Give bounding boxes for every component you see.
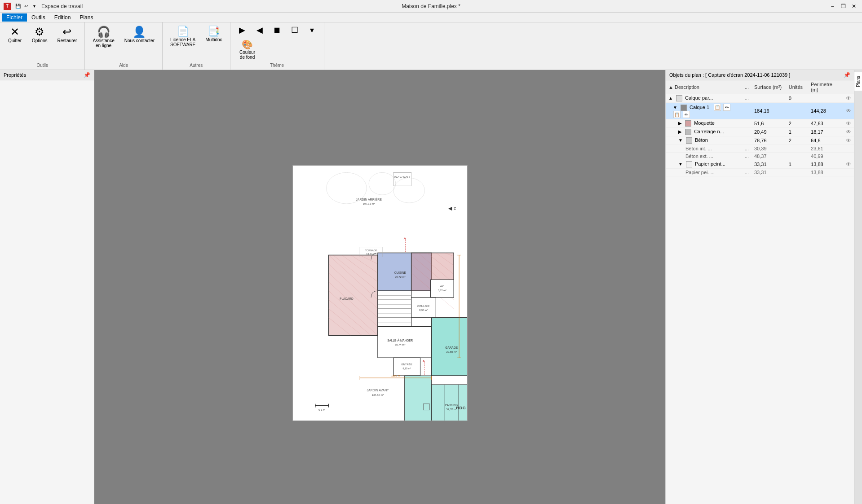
- row-perimetre: 64,6: [808, 136, 843, 145]
- btn-multidoc[interactable]: 📑 Multidoc: [201, 24, 226, 44]
- theme-btn-back[interactable]: ◀: [252, 24, 268, 36]
- row-dots: [742, 136, 751, 145]
- canvas-area[interactable]: JARDIN ARRIÈRE 197,11 m² BAC À SABLE ◄ Z: [94, 70, 665, 504]
- row-eye[interactable]: 👁: [843, 160, 854, 169]
- table-row[interactable]: ▼ Papier peint... 33,31 1 13,88 👁: [666, 160, 854, 169]
- svg-text:JARDIN ARRIÈRE: JARDIN ARRIÈRE: [356, 197, 382, 201]
- headset-icon: 🎧: [97, 26, 111, 37]
- row-desc-text: Papier peint...: [695, 161, 725, 167]
- document-title: Maison de Famille.plex *: [402, 3, 460, 9]
- row-surface: [751, 94, 786, 103]
- couleur-row: 🎨 Couleurde fond: [234, 38, 261, 62]
- table-row[interactable]: Béton ext. ... ... 48,37 40,99: [666, 153, 854, 160]
- ribbon: ✕ Quitter ⚙ Options ↩ Restaurer Outils 🎧…: [0, 22, 862, 70]
- row-eye[interactable]: 👁: [843, 136, 854, 145]
- theme-btn-stop[interactable]: ⏹: [269, 24, 285, 36]
- svg-text:35,74 m²: 35,74 m²: [395, 343, 406, 346]
- btn-licence[interactable]: 📄 Licence ELASOFTWARE: [166, 24, 199, 49]
- btn-restaurer[interactable]: ↩ Restaurer: [53, 24, 81, 45]
- quick-save-btn[interactable]: 💾: [14, 3, 22, 10]
- row-dots: [742, 119, 751, 128]
- btn-contacter[interactable]: 👤 Nous contacter: [120, 24, 159, 45]
- row-perimetre: 13,88: [808, 169, 843, 176]
- floor-plan: JARDIN ARRIÈRE 197,11 m² BAC À SABLE ◄ Z: [292, 165, 468, 421]
- table-row[interactable]: ▼ Calque 1 📋 ✏ 📋 ✏ 184,16 144,28: [666, 103, 854, 119]
- minimize-button[interactable]: −: [828, 2, 837, 11]
- row-desc-text: Papier pei. ...: [685, 170, 715, 175]
- contact-icon: 👤: [133, 26, 146, 37]
- svg-text:◄: ◄: [447, 204, 453, 211]
- quick-access-toolbar: 💾 ↩ ▾: [14, 3, 38, 10]
- row-expander[interactable]: ▼: [678, 138, 683, 143]
- row-surface: 48,37: [751, 153, 786, 160]
- edit2-icon-btn[interactable]: ✏: [683, 111, 690, 118]
- vertical-tab-plans[interactable]: Plans: [854, 72, 862, 91]
- row-expander[interactable]: ▼: [678, 162, 683, 167]
- btn-quitter[interactable]: ✕ Quitter: [4, 24, 26, 45]
- panel-pin-icon[interactable]: 📌: [844, 72, 850, 78]
- svg-text:PLACARD: PLACARD: [340, 297, 354, 300]
- svg-text:Z: Z: [454, 206, 456, 210]
- objects-panel-title: Objets du plan : [ Capture d'écran 2024-…: [669, 72, 790, 78]
- row-eye[interactable]: 👁: [843, 128, 854, 136]
- theme-dropdown[interactable]: ▾: [304, 24, 320, 36]
- objects-table-scroll[interactable]: ▲ Description ... Surface (m²) Unités Pe…: [666, 80, 854, 504]
- theme-btn-square[interactable]: ☐: [287, 24, 303, 36]
- quick-undo-btn[interactable]: ↩: [22, 3, 30, 10]
- row-expander[interactable]: ▼: [673, 105, 677, 110]
- row-expander[interactable]: ▶: [678, 121, 682, 126]
- ribbon-aide-label: Aide: [119, 63, 128, 68]
- eye-icon[interactable]: 👁: [846, 137, 851, 144]
- back-icon: ◀: [256, 26, 263, 34]
- row-unites: 2: [786, 119, 808, 128]
- menu-plans[interactable]: Plans: [75, 13, 97, 22]
- properties-pin-icon[interactable]: 📌: [84, 72, 90, 78]
- row-eye[interactable]: 👁: [843, 119, 854, 128]
- btn-licence-label: Licence ELASOFTWARE: [170, 37, 195, 47]
- menu-outils[interactable]: Outils: [27, 13, 50, 22]
- eye-icon[interactable]: 👁: [846, 161, 851, 167]
- row-expander[interactable]: ▲: [668, 96, 673, 101]
- table-row[interactable]: Béton int. ... ... 30,39 23,61: [666, 145, 854, 153]
- ribbon-group-aide: 🎧 Assistanceen ligne 👤 Nous contacter Ai…: [85, 22, 163, 70]
- table-row[interactable]: ▶ Moquette 51,6 2 47,63 👁: [666, 119, 854, 128]
- table-row[interactable]: ▶ Carrelage n... 20,49 1 18,17 👁: [666, 128, 854, 136]
- edit-icon-btn[interactable]: ✏: [723, 104, 730, 111]
- window-controls: − ❐ ✕: [828, 2, 858, 11]
- row-description: Béton ext. ...: [666, 153, 742, 160]
- eye-icon[interactable]: 👁: [846, 129, 851, 135]
- eye-icon[interactable]: 👁: [846, 120, 851, 127]
- row-desc-text: Calque 1: [690, 105, 709, 110]
- theme-btn-play[interactable]: ▶: [234, 24, 250, 36]
- copy2-icon-btn[interactable]: 📋: [673, 111, 681, 118]
- copy-icon-btn[interactable]: 📋: [714, 104, 721, 111]
- eye-icon[interactable]: 👁: [846, 95, 851, 101]
- ribbon-autres-label: Autres: [190, 63, 203, 68]
- svg-text:COULOIR: COULOIR: [417, 304, 429, 307]
- row-expander[interactable]: ▶: [678, 129, 682, 134]
- row-unites: 1: [786, 128, 808, 136]
- table-row[interactable]: ▼ Béton 78,76 2 64,6 👁: [666, 136, 854, 145]
- properties-title: Propriétés: [4, 72, 26, 78]
- row-dots: ...: [742, 169, 751, 176]
- table-row[interactable]: Papier pei. ... ... 33,31 13,88: [666, 169, 854, 176]
- row-perimetre: 23,61: [808, 145, 843, 153]
- row-description: ▼ Papier peint...: [666, 160, 742, 169]
- table-row[interactable]: ▲ Calque par... ... 0 👁: [666, 94, 854, 103]
- btn-options[interactable]: ⚙ Options: [28, 24, 51, 45]
- col-description: ▲ Description: [666, 80, 742, 94]
- maximize-button[interactable]: ❐: [839, 2, 848, 11]
- close-button[interactable]: ✕: [849, 2, 858, 11]
- ribbon-theme-label: Thème: [270, 63, 284, 68]
- row-eye[interactable]: 👁: [843, 94, 854, 103]
- quick-dropdown-btn[interactable]: ▾: [31, 3, 38, 10]
- row-eye[interactable]: 👁: [843, 103, 854, 119]
- menu-fichier[interactable]: Fichier: [2, 13, 27, 22]
- eye-icon[interactable]: 👁: [846, 108, 851, 114]
- svg-text:TORNADE: TORNADE: [365, 249, 377, 252]
- btn-assistance[interactable]: 🎧 Assistanceen ligne: [88, 24, 118, 50]
- row-surface: 20,49: [751, 128, 786, 136]
- btn-couleur-fond[interactable]: 🎨 Couleurde fond: [234, 38, 261, 62]
- menu-edition[interactable]: Edition: [50, 13, 75, 22]
- svg-text:BAC À SABLE: BAC À SABLE: [394, 176, 410, 179]
